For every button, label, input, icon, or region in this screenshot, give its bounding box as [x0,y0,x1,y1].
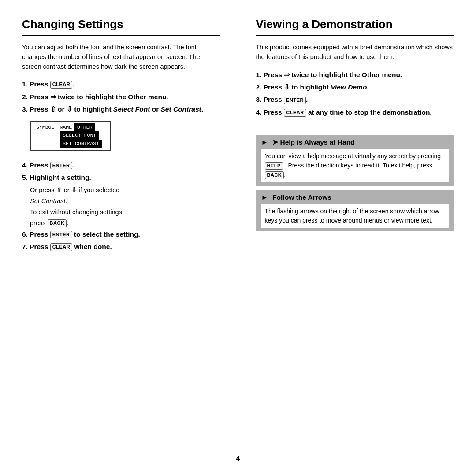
arrows-box: ► Follow the Arrows The flashing arrows … [256,190,454,231]
right-step-1: 1. Press ⇒ twice to highlight the Other … [256,70,454,80]
help-box-title-text: ➤ Help is Always at Hand [272,138,354,146]
sidebar-boxes: ► ➤ Help is Always at Hand You can view … [256,135,454,231]
help-box-title: ► ➤ Help is Always at Hand [261,138,449,146]
arrows-box-title-text: Follow the Arrows [272,193,331,201]
menu-blank-3 [33,140,60,148]
step-4: 4. Press ENTER. [22,160,220,170]
left-title: Changing Settings [22,18,220,31]
right-step-4: 4. Press CLEAR at any time to stop the d… [256,108,454,117]
enter-key-1: ENTER [50,162,72,169]
page-number: 4 [22,455,454,463]
right-column: Viewing a Demonstration This product com… [238,18,454,451]
enter-key-2: ENTER [50,231,72,238]
right-divider [256,35,454,36]
menu-row-3: SET CONTRAST [33,140,107,148]
step-5-indent-2: Set Contrast. [22,197,220,206]
step-1-num: 1. Press CLEAR. [22,80,74,88]
arrows-box-text: The flashing arrows on the right of the … [261,204,449,228]
right-title: Viewing a Demonstration [256,18,454,31]
menu-row-1: SYMBOL NAME OTHER [33,123,107,132]
menu-blank-2 [99,131,104,140]
arrows-box-title: ► Follow the Arrows [261,193,449,201]
menu-screenshot-item: SYMBOL NAME OTHER SELECT FONT SET [22,117,220,156]
back-key-1: BACK [48,219,67,227]
step-5-indent-1: Or press ⇧ or ⇩ if you selected [22,186,220,195]
left-divider [22,35,220,36]
menu-name: NAME [57,123,74,132]
help-box: ► ➤ Help is Always at Hand You can view … [256,135,454,186]
step-3: 3. Press ⇧ or ⇩ to highlight Select Font… [22,104,220,114]
step-7: 7. Press CLEAR when done. [22,242,220,252]
clear-key-2: CLEAR [50,243,72,251]
step-2: 2. Press ⇒ twice to highlight the Other … [22,92,220,102]
menu-row-2: SELECT FONT [33,131,107,140]
menu-select-font: SELECT FONT [60,131,99,140]
clear-key-1: CLEAR [50,81,72,88]
clear-key-3: CLEAR [284,109,306,116]
right-intro: This product comes equipped with a brief… [256,43,454,62]
menu-set-contrast: SET CONTRAST [60,140,102,148]
help-box-text: You can view a help message at virtually… [261,149,449,182]
right-step-3: 3. Press ENTER. [256,95,454,104]
menu-blank-4 [102,140,107,148]
left-column: Changing Settings You can adjust both th… [22,18,238,451]
right-steps: 1. Press ⇒ twice to highlight the Other … [256,70,454,118]
left-steps: 1. Press CLEAR. 2. Press ⇒ twice to high… [22,79,220,252]
help-arrow-icon: ► [261,138,268,146]
step-5-indent-3: To exit without changing settings, [22,208,220,217]
step-5: 5. Highlight a setting. [22,173,220,182]
arrows-arrow-icon: ► [261,193,268,201]
step-1: 1. Press CLEAR. [22,79,220,89]
menu-blank-1 [33,131,60,140]
enter-key-3: ENTER [284,97,306,104]
page: Changing Settings You can adjust both th… [0,0,476,476]
step-5-indent-4: press BACK. [22,219,220,228]
back-key-2: BACK [265,171,284,179]
help-key: HELP [265,162,283,170]
right-step-2: 2. Press ⇩ to highlight View Demo. [256,82,454,92]
menu-other: OTHER [74,123,95,132]
menu-symbol: SYMBOL [33,123,57,132]
columns: Changing Settings You can adjust both th… [22,18,454,451]
left-intro: You can adjust both the font and the scr… [22,43,220,71]
step-6: 6. Press ENTER to select the setting. [22,230,220,239]
menu-screenshot: SYMBOL NAME OTHER SELECT FONT SET [30,121,111,151]
